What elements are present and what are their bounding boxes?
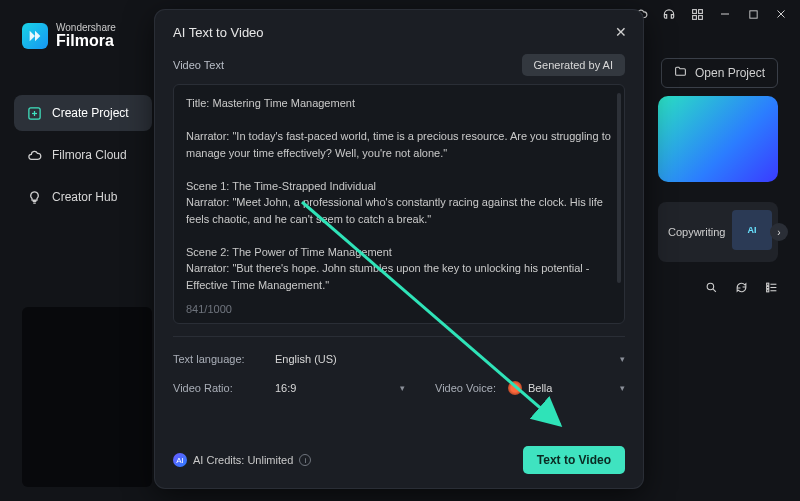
- maximize-icon[interactable]: [746, 7, 760, 21]
- list-view-icon[interactable]: [764, 280, 778, 294]
- copywriting-label: Copywriting: [668, 226, 725, 238]
- svg-rect-0: [692, 9, 696, 13]
- svg-rect-5: [749, 10, 756, 17]
- chevron-down-icon: ▾: [620, 383, 625, 393]
- folder-icon: [674, 65, 687, 81]
- sidebar: Create Project Filmora Cloud Creator Hub: [14, 95, 152, 221]
- lightbulb-icon: [26, 189, 42, 205]
- video-ratio-select[interactable]: 16:9 ▾: [275, 378, 405, 398]
- utility-icon-row: [658, 280, 778, 294]
- ai-badge-icon: AI: [173, 453, 187, 467]
- open-project-label: Open Project: [695, 66, 765, 80]
- textarea-content: Title: Mastering Time Management Narrato…: [186, 95, 612, 307]
- video-voice-value: Bella: [528, 382, 552, 394]
- window-close-icon[interactable]: [774, 7, 788, 21]
- video-ratio-label: Video Ratio:: [173, 382, 263, 394]
- text-to-video-label: Text to Video: [537, 453, 611, 467]
- video-text-textarea[interactable]: Title: Mastering Time Management Narrato…: [173, 84, 625, 324]
- ai-credits: AI AI Credits: Unlimited i: [173, 453, 311, 467]
- ai-chip-icon: AI: [748, 225, 757, 235]
- search-icon[interactable]: [704, 280, 718, 294]
- text-language-select[interactable]: English (US) ▾: [275, 349, 625, 369]
- info-icon[interactable]: i: [299, 454, 311, 466]
- voice-avatar-icon: [508, 381, 522, 395]
- video-voice-label: Video Voice:: [435, 382, 496, 394]
- char-counter: 841/1000: [186, 303, 232, 315]
- refresh-icon[interactable]: [734, 280, 748, 294]
- svg-rect-14: [766, 286, 768, 288]
- plus-square-icon: [26, 105, 42, 121]
- ai-credits-label: AI Credits: Unlimited: [193, 454, 293, 466]
- video-voice-select[interactable]: Bella ▾: [508, 377, 625, 399]
- apps-grid-icon[interactable]: [690, 7, 704, 21]
- svg-point-11: [707, 283, 714, 290]
- video-text-label: Video Text: [173, 59, 224, 71]
- generated-by-ai-button[interactable]: Generated by AI: [522, 54, 626, 76]
- divider: [173, 336, 625, 337]
- svg-rect-15: [766, 289, 768, 291]
- copywriting-card[interactable]: Copywriting AI ›: [658, 202, 778, 262]
- sidebar-item-label: Filmora Cloud: [52, 148, 127, 162]
- right-panel: Copywriting AI ›: [658, 96, 778, 294]
- text-to-video-button[interactable]: Text to Video: [523, 446, 625, 474]
- svg-rect-13: [766, 283, 768, 285]
- dialog-title: AI Text to Video: [173, 25, 264, 40]
- project-thumbnail-placeholder: [22, 307, 152, 487]
- video-ratio-value: 16:9: [275, 382, 296, 394]
- headset-icon[interactable]: [662, 7, 676, 21]
- dialog-close-icon[interactable]: ✕: [615, 24, 627, 40]
- sidebar-item-creator-hub[interactable]: Creator Hub: [14, 179, 152, 215]
- chevron-down-icon: ▾: [400, 383, 405, 393]
- brand-logo: Wondershare Filmora: [22, 22, 116, 49]
- minimize-icon[interactable]: [718, 7, 732, 21]
- sidebar-item-label: Create Project: [52, 106, 129, 120]
- svg-line-12: [713, 289, 716, 292]
- logo-mark-icon: [22, 23, 48, 49]
- cloud-icon: [26, 147, 42, 163]
- chevron-down-icon: ▾: [620, 354, 625, 364]
- sidebar-item-label: Creator Hub: [52, 190, 117, 204]
- brand-line2: Filmora: [56, 33, 116, 49]
- sidebar-item-create-project[interactable]: Create Project: [14, 95, 152, 131]
- text-language-label: Text language:: [173, 353, 263, 365]
- chevron-right-icon[interactable]: ›: [770, 223, 788, 241]
- svg-rect-1: [698, 9, 702, 13]
- open-project-button[interactable]: Open Project: [661, 58, 778, 88]
- ai-text-to-video-dialog: AI Text to Video ✕ Video Text Generated …: [155, 10, 643, 488]
- svg-rect-3: [698, 15, 702, 19]
- scrollbar-thumb[interactable]: [617, 93, 621, 283]
- generated-by-ai-label: Generated by AI: [534, 59, 614, 71]
- gradient-feature-card[interactable]: [658, 96, 778, 182]
- svg-rect-2: [692, 15, 696, 19]
- sidebar-item-filmora-cloud[interactable]: Filmora Cloud: [14, 137, 152, 173]
- text-language-value: English (US): [275, 353, 337, 365]
